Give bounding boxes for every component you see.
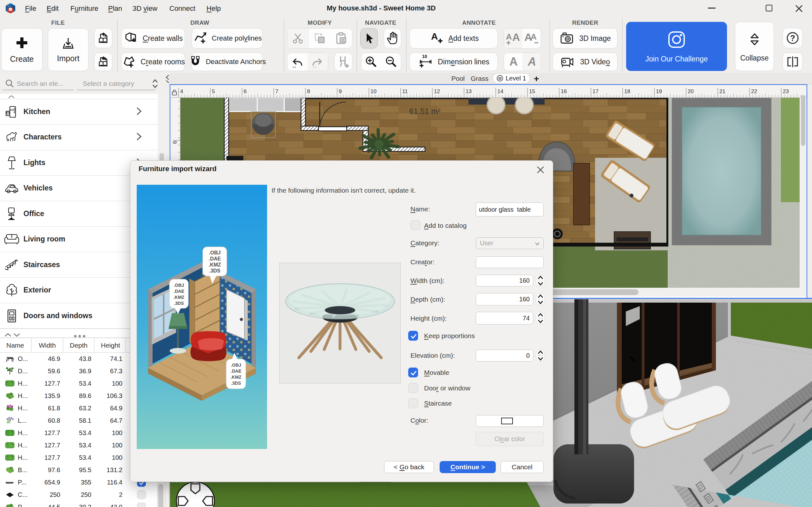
svg-text:18: 18 <box>624 89 630 95</box>
svg-text:8: 8 <box>307 89 310 95</box>
svg-text:4: 4 <box>180 89 183 95</box>
svg-text:.KMZ: .KMZ <box>231 375 242 380</box>
svg-text:21: 21 <box>719 89 725 95</box>
svg-text:11: 11 <box>402 89 408 95</box>
svg-text:.3DS: .3DS <box>174 301 184 306</box>
svg-text:.3DS: .3DS <box>209 268 220 274</box>
svg-text:A: A <box>431 31 438 42</box>
svg-text:23: 23 <box>783 89 789 95</box>
svg-text:A: A <box>527 55 536 68</box>
svg-text:.OBJ: .OBJ <box>174 283 184 288</box>
svg-text:A: A <box>509 55 518 68</box>
svg-text:A: A <box>512 31 520 43</box>
svg-text:.KMZ: .KMZ <box>173 295 185 300</box>
svg-text:A: A <box>506 32 512 42</box>
svg-text:9: 9 <box>339 89 342 95</box>
svg-text:19: 19 <box>656 89 662 95</box>
svg-text:.3DS: .3DS <box>231 381 241 386</box>
svg-text:17: 17 <box>593 89 599 95</box>
svg-text:10: 10 <box>370 89 376 95</box>
svg-text:6: 6 <box>244 89 247 95</box>
svg-text:12: 12 <box>434 89 440 95</box>
svg-text:?: ? <box>790 33 795 43</box>
svg-text:7: 7 <box>275 89 278 95</box>
svg-text:A: A <box>531 32 537 42</box>
svg-text:16: 16 <box>561 89 567 95</box>
svg-text:6: 6 <box>172 141 178 144</box>
svg-text:.DAE: .DAE <box>209 256 221 262</box>
svg-text:22: 22 <box>751 89 757 95</box>
svg-text:.DAE: .DAE <box>173 289 184 294</box>
svg-text:20: 20 <box>688 89 694 95</box>
svg-text:.OBJ: .OBJ <box>209 250 220 256</box>
svg-text:.DAE: .DAE <box>231 369 241 374</box>
svg-text:.KMZ: .KMZ <box>208 262 221 268</box>
svg-text:15: 15 <box>529 89 535 95</box>
svg-text:10: 10 <box>422 54 427 59</box>
svg-text:14: 14 <box>497 89 503 95</box>
svg-text:5: 5 <box>212 89 215 95</box>
svg-text:13: 13 <box>466 89 472 95</box>
svg-text:.OBJ: .OBJ <box>231 362 241 368</box>
svg-text:61.51 m²: 61.51 m² <box>409 107 441 116</box>
